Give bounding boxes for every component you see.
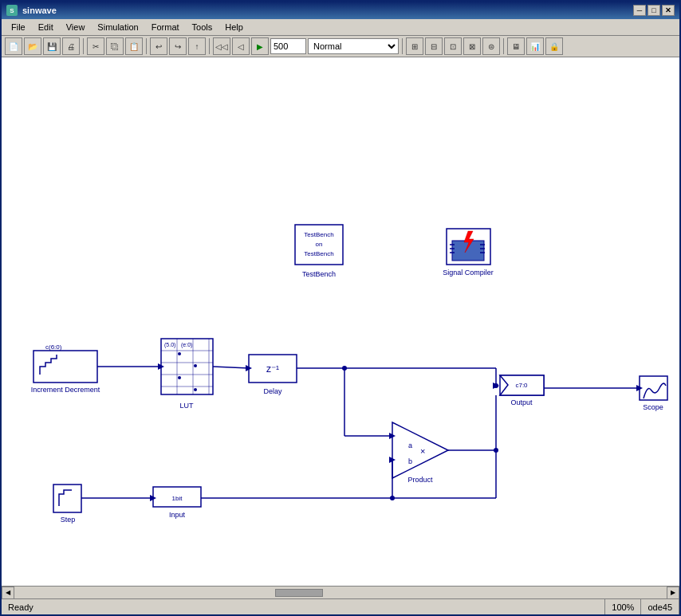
tb-icon-8[interactable]: 🔒 <box>545 37 563 55</box>
close-button[interactable]: ✕ <box>662 5 675 16</box>
diagram-svg: TestBench on TestBench TestBench Signal … <box>2 57 679 586</box>
svg-text:Product: Product <box>407 476 433 484</box>
svg-text:b: b <box>408 457 412 465</box>
menu-file[interactable]: File <box>5 21 32 33</box>
print-button[interactable]: 🖨 <box>62 37 80 55</box>
svg-text:1bit: 1bit <box>172 495 183 502</box>
svg-text:c7:0: c7:0 <box>515 382 528 389</box>
svg-point-63 <box>342 366 347 371</box>
status-ready: Ready <box>2 599 605 614</box>
menu-bar: File Edit View Simulation Format Tools H… <box>2 19 679 36</box>
tb-icon-4[interactable]: ⊠ <box>463 37 481 55</box>
up-button[interactable]: ↑ <box>188 37 206 55</box>
sep-1 <box>83 38 84 54</box>
scrollbar-horizontal[interactable]: ◀ ▶ <box>2 586 679 598</box>
sep-3 <box>209 38 210 54</box>
new-button[interactable]: 📄 <box>5 37 22 55</box>
svg-text:Signal Compiler: Signal Compiler <box>443 269 494 277</box>
scroll-left-button[interactable]: ◀ <box>2 587 14 599</box>
menu-tools[interactable]: Tools <box>186 21 219 33</box>
sep-5 <box>503 38 504 54</box>
menu-edit[interactable]: Edit <box>32 21 60 33</box>
revert-button[interactable]: ◁◁ <box>213 37 230 55</box>
sep-4 <box>402 38 403 54</box>
tb-icon-1[interactable]: ⊞ <box>406 37 423 55</box>
svg-text:c(6:0): c(6:0) <box>45 343 62 351</box>
save-button[interactable]: 💾 <box>43 37 61 55</box>
tb-icon-3[interactable]: ⊡ <box>444 37 462 55</box>
svg-point-29 <box>194 388 197 391</box>
menu-simulation[interactable]: Simulation <box>91 21 144 33</box>
svg-text:z⁻¹: z⁻¹ <box>266 363 279 375</box>
minimize-button[interactable]: ─ <box>633 5 646 16</box>
scroll-thumb-h[interactable] <box>275 589 323 597</box>
svg-text:(5.0): (5.0) <box>164 342 175 348</box>
sep-2 <box>146 38 147 54</box>
app-icon: S <box>6 5 18 16</box>
restore-button[interactable]: □ <box>648 5 660 16</box>
tb-icon-7[interactable]: 📊 <box>526 37 544 55</box>
status-zoom-label: 100% <box>612 602 634 612</box>
svg-text:Step: Step <box>61 516 76 524</box>
svg-text:Output: Output <box>510 398 533 406</box>
title-bar: S sinwave ─ □ ✕ <box>2 2 679 19</box>
svg-text:TestBench: TestBench <box>302 270 336 278</box>
sim-mode-select[interactable]: Normal Accelerator Rapid Accelerator <box>308 38 399 54</box>
step-back-button[interactable]: ◁ <box>232 37 250 55</box>
svg-point-28 <box>178 376 181 379</box>
status-ready-label: Ready <box>8 602 33 612</box>
svg-text:(e:0): (e:0) <box>181 342 192 348</box>
copy-button[interactable]: ⿻ <box>106 37 124 55</box>
svg-text:Scope: Scope <box>643 403 663 411</box>
undo-button[interactable]: ↩ <box>150 37 167 55</box>
svg-text:a: a <box>408 441 412 449</box>
svg-point-76 <box>390 496 395 500</box>
title-bar-left: S sinwave <box>6 5 57 16</box>
scroll-track-h <box>14 589 667 597</box>
status-bar: Ready 100% ode45 <box>2 598 679 614</box>
svg-point-26 <box>178 352 181 355</box>
svg-text:×: × <box>420 446 425 456</box>
svg-text:TestBench: TestBench <box>304 250 333 257</box>
toolbar: 📄 📂 💾 🖨 ✂ ⿻ 📋 ↩ ↪ ↑ ◁◁ ◁ ▶ Normal Accele… <box>2 36 679 57</box>
svg-point-66 <box>494 383 498 388</box>
menu-help[interactable]: Help <box>218 21 250 33</box>
scroll-right-button[interactable]: ▶ <box>667 587 679 599</box>
stop-time-input[interactable] <box>270 38 306 54</box>
menu-view[interactable]: View <box>60 21 92 33</box>
svg-text:LUT: LUT <box>179 402 194 410</box>
menu-format[interactable]: Format <box>145 21 186 33</box>
svg-text:TestBench: TestBench <box>304 231 333 238</box>
tb-icon-5[interactable]: ⊜ <box>482 37 500 55</box>
open-button[interactable]: 📂 <box>24 37 41 55</box>
window-title: sinwave <box>22 6 57 15</box>
run-button[interactable]: ▶ <box>251 37 269 55</box>
svg-point-77 <box>494 448 498 453</box>
status-solver: ode45 <box>641 599 679 614</box>
paste-button[interactable]: 📋 <box>125 37 143 55</box>
status-zoom: 100% <box>605 599 641 614</box>
svg-point-27 <box>194 364 197 367</box>
svg-rect-47 <box>53 485 81 512</box>
svg-text:Increment Decrement: Increment Decrement <box>31 386 100 394</box>
svg-line-54 <box>213 367 249 368</box>
svg-text:on: on <box>316 241 323 248</box>
tb-icon-6[interactable]: 🖥 <box>507 37 525 55</box>
status-solver-label: ode45 <box>648 602 672 612</box>
redo-button[interactable]: ↪ <box>169 37 187 55</box>
svg-text:Delay: Delay <box>263 387 282 395</box>
title-controls: ─ □ ✕ <box>633 5 675 16</box>
cut-button[interactable]: ✂ <box>87 37 104 55</box>
svg-text:Input: Input <box>169 511 186 519</box>
svg-rect-6 <box>452 241 484 261</box>
main-window: S sinwave ─ □ ✕ File Edit View Simulatio… <box>0 0 681 616</box>
canvas-area[interactable]: TestBench on TestBench TestBench Signal … <box>2 57 679 586</box>
tb-icon-2[interactable]: ⊟ <box>425 37 443 55</box>
